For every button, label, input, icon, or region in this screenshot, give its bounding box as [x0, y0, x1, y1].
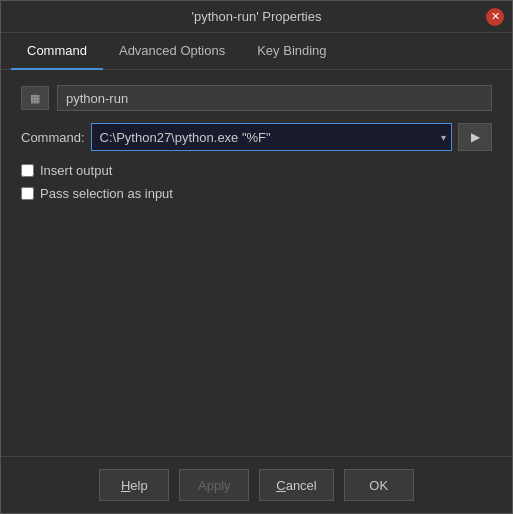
command-icon-box: ▦ [21, 86, 49, 110]
run-button[interactable]: ▶ [458, 123, 492, 151]
footer: Help Apply Cancel OK [1, 456, 512, 513]
command-icon: ▦ [30, 92, 40, 105]
command-select-wrapper: C:\Python27\python.exe "%F" ▾ [91, 123, 452, 151]
pass-selection-checkbox[interactable] [21, 187, 34, 200]
tab-content: ▦ Command: C:\Python27\python.exe "%F" ▾… [1, 70, 512, 456]
insert-output-checkbox[interactable] [21, 164, 34, 177]
pass-selection-checkbox-row[interactable]: Pass selection as input [21, 186, 492, 201]
properties-dialog: 'python-run' Properties ✕ Command Advanc… [0, 0, 513, 514]
checkboxes-container: Insert output Pass selection as input [21, 163, 492, 201]
command-row: Command: C:\Python27\python.exe "%F" ▾ ▶ [21, 123, 492, 151]
window-title: 'python-run' Properties [192, 9, 322, 24]
pass-selection-label: Pass selection as input [40, 186, 173, 201]
help-button[interactable]: Help [99, 469, 169, 501]
ok-label: OK [369, 478, 388, 493]
command-label: Command: [21, 130, 85, 145]
tab-key-binding[interactable]: Key Binding [241, 33, 342, 70]
cancel-label: Cancel [276, 478, 316, 493]
insert-output-checkbox-row[interactable]: Insert output [21, 163, 492, 178]
tab-bar: Command Advanced Options Key Binding [1, 33, 512, 70]
name-input[interactable] [57, 85, 492, 111]
apply-label: Apply [198, 478, 231, 493]
tab-advanced-options[interactable]: Advanced Options [103, 33, 241, 70]
command-select[interactable]: C:\Python27\python.exe "%F" [91, 123, 452, 151]
close-button[interactable]: ✕ [486, 8, 504, 26]
help-label: Help [121, 478, 148, 493]
apply-button[interactable]: Apply [179, 469, 249, 501]
cancel-button[interactable]: Cancel [259, 469, 333, 501]
tab-command[interactable]: Command [11, 33, 103, 70]
title-bar: 'python-run' Properties ✕ [1, 1, 512, 33]
insert-output-label: Insert output [40, 163, 112, 178]
ok-button[interactable]: OK [344, 469, 414, 501]
name-row: ▦ [21, 85, 492, 111]
